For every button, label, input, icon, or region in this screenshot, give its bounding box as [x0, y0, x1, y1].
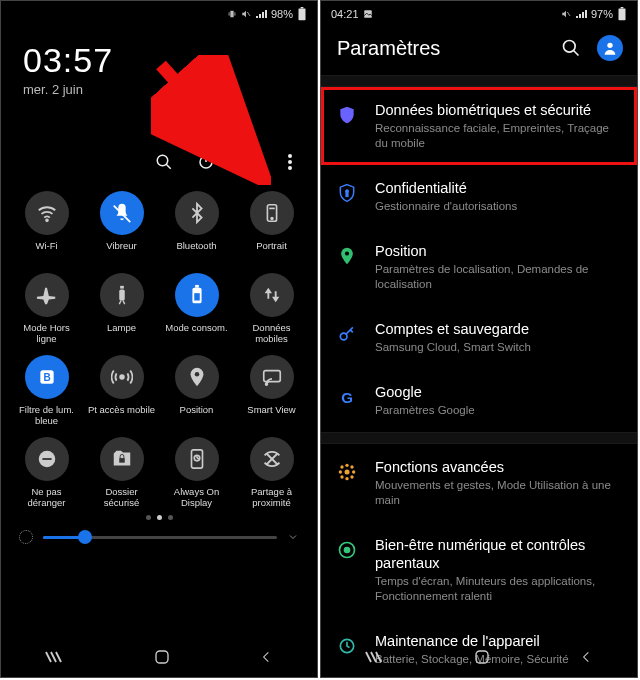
qs-tile-lampe[interactable]: Lampe [84, 273, 159, 345]
qs-tile-vibreur[interactable]: Vibreur [84, 191, 159, 263]
svg-rect-1 [229, 12, 230, 15]
settings-row-comptes[interactable]: Comptes et sauvegardeSamsung Cloud, Smar… [321, 306, 637, 369]
svg-point-25 [194, 372, 199, 377]
settings-row-bien-etre[interactable]: Bien-être numérique et contrôles parenta… [321, 522, 637, 618]
svg-rect-17 [119, 290, 125, 301]
nav-recents[interactable] [365, 650, 385, 664]
svg-point-57 [339, 471, 342, 474]
settings-row-subtitle: Paramètres de localisation, Demandes de … [375, 262, 621, 292]
pt-acces-mobile-icon [100, 355, 144, 399]
brightness-slider[interactable] [1, 520, 317, 544]
svg-point-61 [340, 476, 343, 479]
advanced-icon [335, 460, 359, 484]
qs-tile-label: Vibreur [106, 241, 136, 263]
qs-tile-pt-acces-mobile[interactable]: Pt accès mobile [84, 355, 159, 427]
qs-tile-ne-pas-deranger[interactable]: Ne pas déranger [9, 437, 84, 509]
svg-point-59 [340, 466, 343, 469]
svg-rect-20 [195, 285, 199, 288]
qs-tile-label: Lampe [107, 323, 136, 345]
svg-point-49 [607, 43, 612, 48]
qs-tile-label: Bluetooth [176, 241, 216, 263]
svg-rect-21 [194, 293, 200, 300]
svg-line-38 [51, 652, 56, 662]
svg-rect-69 [476, 651, 488, 663]
position-icon [175, 355, 219, 399]
battery-icon [297, 7, 307, 21]
nav-back[interactable] [579, 649, 593, 665]
settings-button[interactable] [237, 151, 259, 173]
settings-row-title: Confidentialité [375, 179, 621, 197]
settings-row-confidentialite[interactable]: ConfidentialitéGestionnaire d'autorisati… [321, 165, 637, 228]
qs-tile-smart-view[interactable]: Smart View [234, 355, 309, 427]
settings-row-google[interactable]: GGoogleParamètres Google [321, 369, 637, 432]
brightness-icon [19, 530, 33, 544]
settings-row-title: Google [375, 383, 621, 401]
partage-proximite-icon [250, 437, 294, 481]
svg-point-13 [46, 219, 48, 221]
qs-tile-donnees-mobiles[interactable]: Données mobiles [234, 273, 309, 345]
svg-rect-30 [119, 458, 125, 463]
chevron-down-icon[interactable] [287, 531, 299, 543]
svg-point-53 [340, 333, 347, 340]
qs-tile-partage-proximite[interactable]: Partage à proximité [234, 437, 309, 509]
qs-tile-always-on-display[interactable]: Always On Display [159, 437, 234, 509]
search-button[interactable] [561, 38, 581, 58]
svg-rect-26 [263, 371, 280, 382]
svg-rect-5 [301, 7, 304, 8]
svg-rect-51 [346, 193, 348, 196]
svg-line-39 [56, 652, 61, 662]
svg-line-66 [366, 652, 371, 662]
nav-home[interactable] [153, 648, 171, 666]
svg-line-3 [247, 12, 250, 16]
svg-point-64 [345, 548, 350, 553]
settings-row-position[interactable]: PositionParamètres de localisation, Dema… [321, 228, 637, 306]
settings-screen: 04:21 97% Paramètres Données biométrique… [320, 0, 638, 678]
qs-tile-bluetooth[interactable]: Bluetooth [159, 191, 234, 263]
settings-row-subtitle: Reconnaissance faciale, Empreintes, Traç… [375, 121, 621, 151]
power-button[interactable] [195, 151, 217, 173]
more-button[interactable] [279, 151, 301, 173]
settings-row-title: Bien-être numérique et contrôles parenta… [375, 536, 621, 572]
clock-time: 03:57 [23, 41, 317, 80]
svg-line-44 [567, 12, 570, 16]
vibreur-icon [100, 191, 144, 235]
qs-tile-label: Dossier sécurisé [88, 487, 156, 509]
qs-tile-label: Mode consom. [165, 323, 227, 345]
donnees-mobiles-icon [250, 273, 294, 317]
search-button[interactable] [153, 151, 175, 173]
nav-recents[interactable] [45, 650, 65, 664]
settings-row-title: Fonctions avancées [375, 458, 621, 476]
nav-home[interactable] [473, 648, 491, 666]
qs-tile-portrait[interactable]: Portrait [234, 191, 309, 263]
svg-point-24 [120, 375, 124, 379]
dossier-securise-icon [100, 437, 144, 481]
battery-text: 98% [271, 8, 293, 20]
svg-point-52 [345, 251, 349, 255]
shield-outline-icon [335, 181, 359, 205]
qs-tile-position[interactable]: Position [159, 355, 234, 427]
wellbeing-icon [335, 538, 359, 562]
qs-tile-mode-hors-ligne[interactable]: Mode Hors ligne [9, 273, 84, 345]
nav-back[interactable] [259, 649, 273, 665]
qs-tile-dossier-securise[interactable]: Dossier sécurisé [84, 437, 159, 509]
qs-tile-filtre-lum-bleue[interactable]: BFiltre de lum. bleue [9, 355, 84, 427]
settings-row-fonctions-avancees[interactable]: Fonctions avancéesMouvements et gestes, … [321, 444, 637, 522]
status-bar: 98% [1, 1, 317, 23]
quick-settings-panel: 98% 03:57 mer. 2 juin Wi-FiVibreurBlueto… [0, 0, 318, 678]
account-avatar[interactable] [597, 35, 623, 61]
svg-rect-18 [120, 286, 124, 289]
settings-row-biometrie[interactable]: Données biométriques et sécuritéReconnai… [321, 87, 637, 165]
qs-tile-wifi[interactable]: Wi-Fi [9, 191, 84, 263]
settings-row-subtitle: Mouvements et gestes, Mode Utilisation à… [375, 478, 621, 508]
svg-point-62 [350, 476, 353, 479]
clock-date: mer. 2 juin [23, 82, 317, 97]
page-title: Paramètres [337, 37, 561, 60]
filtre-lum-bleue-icon: B [25, 355, 69, 399]
qs-tile-mode-conso[interactable]: Mode consom. [159, 273, 234, 345]
settings-row-subtitle: Temps d'écran, Minuteurs des application… [375, 574, 621, 604]
svg-text:B: B [43, 372, 50, 383]
qs-tile-label: Mode Hors ligne [13, 323, 81, 345]
svg-rect-29 [42, 458, 51, 460]
mute-icon [561, 9, 571, 19]
svg-point-54 [345, 470, 350, 475]
